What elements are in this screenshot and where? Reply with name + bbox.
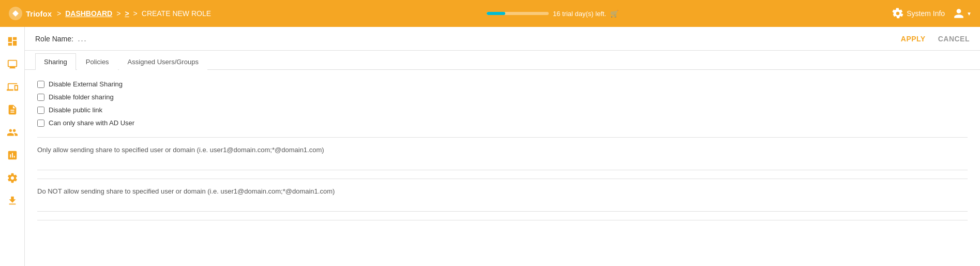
- tabs-container: Sharing Policies Assigned Users/Groups: [25, 53, 980, 70]
- sidebar: [0, 27, 25, 266]
- deny-section-input[interactable]: [37, 201, 968, 212]
- breadcrumb-role-manager[interactable]: >: [125, 9, 129, 18]
- divider-3: [37, 220, 968, 220]
- sidebar-item-monitor[interactable]: [2, 54, 23, 75]
- trial-progress-bar: [487, 12, 549, 15]
- sidebar-item-files[interactable]: [2, 99, 23, 120]
- dashboard-icon: [7, 36, 18, 47]
- trial-text: 16 trial day(s) left.: [553, 10, 606, 18]
- chart-icon: [7, 150, 18, 161]
- sidebar-item-reports[interactable]: [2, 145, 23, 166]
- checkbox-disable-folder-sharing-label: Disable folder sharing: [49, 93, 114, 101]
- files-icon: [7, 104, 18, 115]
- checkbox-disable-external-sharing[interactable]: Disable External Sharing: [37, 80, 968, 88]
- divider-1: [37, 137, 968, 138]
- breadcrumb-sep-1: >: [116, 9, 120, 18]
- sidebar-item-devices[interactable]: [2, 77, 23, 97]
- logo-text: Triofox: [26, 9, 52, 18]
- sharing-checkboxes: Disable External Sharing Disable folder …: [37, 80, 968, 127]
- header-actions: APPLY CANCEL: [901, 35, 970, 43]
- sidebar-item-dashboard[interactable]: [2, 31, 23, 52]
- checkbox-disable-public-link[interactable]: Disable public link: [37, 106, 968, 114]
- role-name-bar: Role Name: ... APPLY CANCEL: [25, 27, 980, 51]
- deny-section: Do NOT allow sending share to specified …: [37, 187, 968, 212]
- sidebar-item-users[interactable]: [2, 122, 23, 143]
- gear-icon: [892, 8, 903, 19]
- monitor-icon: [7, 58, 18, 70]
- main-content: Role Name: ... APPLY CANCEL Sharing Poli…: [25, 27, 980, 266]
- users-icon: [7, 127, 18, 138]
- divider-2: [37, 179, 968, 179]
- user-dropdown-arrow: ▼: [967, 11, 972, 17]
- cancel-button[interactable]: CANCEL: [938, 35, 970, 43]
- settings-icon: [7, 172, 18, 184]
- allow-section-input[interactable]: [37, 160, 968, 170]
- sidebar-item-settings[interactable]: [2, 168, 23, 188]
- checkbox-disable-public-link-input[interactable]: [37, 107, 44, 114]
- tab-assigned-users-groups[interactable]: Assigned Users/Groups: [119, 53, 207, 70]
- checkbox-disable-folder-sharing[interactable]: Disable folder sharing: [37, 93, 968, 101]
- cart-icon[interactable]: 🛒: [610, 10, 619, 18]
- svg-point-1: [13, 11, 18, 16]
- user-avatar-button[interactable]: ▼: [953, 8, 972, 19]
- role-name-label: Role Name:: [35, 35, 73, 43]
- checkbox-disable-external-sharing-input[interactable]: [37, 81, 44, 88]
- tab-policies[interactable]: Policies: [77, 53, 118, 70]
- breadcrumb-create-role: CREATE NEW ROLE: [142, 9, 211, 18]
- breadcrumb: Triofox > DASHBOARD > > > CREATE NEW ROL…: [8, 6, 213, 21]
- download-icon: [7, 195, 18, 206]
- tab-sharing[interactable]: Sharing: [35, 53, 76, 70]
- logo-icon: [8, 6, 23, 21]
- checkbox-ad-user-only[interactable]: Can only share with AD User: [37, 119, 968, 127]
- trial-info: 16 trial day(s) left. 🛒: [553, 10, 619, 18]
- checkbox-ad-user-only-input[interactable]: [37, 120, 44, 127]
- sidebar-item-download[interactable]: [2, 190, 23, 211]
- header-center: 16 trial day(s) left. 🛒: [213, 10, 892, 18]
- user-icon-header: [953, 8, 964, 19]
- main-header: Triofox > DASHBOARD > > > CREATE NEW ROL…: [0, 0, 980, 27]
- header-right: System Info ▼: [892, 8, 972, 19]
- allow-section-text: Only allow sending share to specified us…: [37, 146, 968, 154]
- checkbox-disable-public-link-label: Disable public link: [49, 106, 102, 114]
- sharing-tab-content: Disable External Sharing Disable folder …: [25, 70, 980, 239]
- deny-section-text: Do NOT allow sending share to specified …: [37, 187, 968, 195]
- devices-icon: [7, 81, 18, 93]
- allow-section: Only allow sending share to specified us…: [37, 146, 968, 170]
- role-name-dots[interactable]: ...: [78, 33, 87, 44]
- breadcrumb-sep-0: >: [57, 9, 61, 18]
- system-info-button[interactable]: System Info: [892, 8, 945, 19]
- checkbox-ad-user-only-label: Can only share with AD User: [49, 119, 134, 127]
- breadcrumb-dashboard[interactable]: DASHBOARD: [65, 9, 112, 18]
- role-name-input-wrapper: ...: [78, 33, 87, 44]
- progress-bar-fill: [487, 12, 505, 15]
- checkbox-disable-external-sharing-label: Disable External Sharing: [49, 80, 123, 88]
- main-layout: Role Name: ... APPLY CANCEL Sharing Poli…: [0, 27, 980, 266]
- breadcrumb-sep-2: >: [133, 9, 138, 18]
- apply-button[interactable]: APPLY: [901, 35, 926, 43]
- checkbox-disable-folder-sharing-input[interactable]: [37, 94, 44, 101]
- system-info-label: System Info: [907, 9, 945, 18]
